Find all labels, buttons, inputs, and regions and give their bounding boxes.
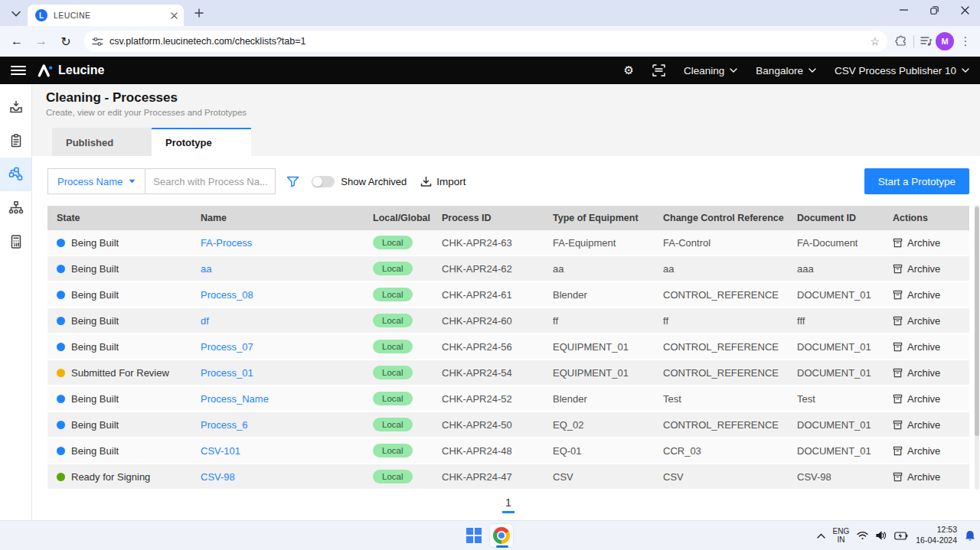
equipment-cell: CSV — [544, 471, 654, 483]
process-id-cell: CHK-APR24-63 — [433, 237, 544, 249]
table-scrollbar[interactable] — [975, 205, 979, 490]
archive-button[interactable]: Archive — [884, 263, 969, 275]
archive-button[interactable]: Archive — [884, 341, 969, 353]
table-row: Submitted For ReviewProcess_01LocalCHK-A… — [47, 360, 969, 386]
column-header: Process ID — [433, 213, 544, 223]
browser-toolbar: ← → ↻ csv.platform.leucinetech.com/check… — [0, 26, 980, 57]
sidebar-item-processes[interactable] — [0, 158, 31, 191]
sidebar-item-hierarchy[interactable] — [0, 191, 31, 225]
import-button[interactable]: Import — [420, 176, 466, 187]
department-dropdown[interactable]: Cleaning — [684, 65, 737, 76]
tab-published[interactable]: Published — [52, 128, 152, 156]
process-id-cell: CHK-APR24-62 — [433, 263, 544, 275]
url-text[interactable]: csv.platform.leucinetech.com/checklists?… — [109, 36, 864, 47]
window-restore-button[interactable] — [919, 0, 949, 20]
scope-cell: Local — [364, 262, 433, 275]
inbox-tray-icon — [8, 99, 24, 115]
process-name-link[interactable]: Process_08 — [201, 289, 253, 301]
state-dot — [57, 317, 65, 325]
tab-prototype[interactable]: Prototype — [152, 128, 251, 156]
tray-expand-chevron-icon[interactable] — [817, 533, 825, 539]
archive-button[interactable]: Archive — [884, 237, 969, 249]
wifi-icon[interactable] — [857, 532, 868, 540]
equipment-cell: Blender — [544, 393, 654, 405]
archive-button[interactable]: Archive — [884, 393, 969, 405]
sidebar-item-checklists[interactable] — [0, 124, 31, 158]
process-name-link[interactable]: Process_07 — [201, 341, 253, 353]
scope-cell: Local — [364, 366, 433, 379]
hamburger-menu-icon[interactable] — [11, 66, 26, 75]
search-input[interactable] — [145, 169, 275, 194]
address-bar[interactable]: csv.platform.leucinetech.com/checklists?… — [84, 31, 887, 52]
windows-taskbar: ENG IN 12:53 16-04-2024 — [0, 520, 980, 550]
system-tray: ENG IN 12:53 16-04-2024 — [817, 521, 975, 550]
archive-button[interactable]: Archive — [884, 445, 969, 457]
archive-button[interactable]: Archive — [884, 289, 969, 301]
name-cell: Process_Name — [191, 393, 364, 405]
language-indicator[interactable]: ENG IN — [833, 527, 850, 545]
start-prototype-button[interactable]: Start a Prototype — [864, 168, 969, 194]
battery-icon[interactable] — [894, 532, 908, 540]
archive-button[interactable]: Archive — [884, 315, 969, 327]
scope-cell: Local — [364, 444, 433, 457]
state-dot — [57, 291, 65, 299]
window-minimize-button[interactable] — [888, 0, 919, 20]
process-name-link[interactable]: Process_6 — [201, 419, 247, 431]
site-settings-icon[interactable] — [92, 37, 103, 47]
process-name-link[interactable]: CSV-101 — [201, 445, 240, 457]
active-app-indicator — [496, 545, 508, 548]
column-header: Actions — [884, 213, 969, 223]
sidebar-item-inbox[interactable] — [0, 90, 31, 124]
window-close-button[interactable] — [949, 0, 980, 20]
filter-field-label: Process Name — [57, 176, 122, 187]
scope-badge: Local — [373, 418, 413, 431]
main-content: Cleaning - Processes Create, view or edi… — [32, 84, 980, 520]
browser-menu-icon[interactable]: ⋮ — [957, 34, 974, 48]
show-archived-label: Show Archived — [341, 176, 407, 187]
change-control-cell: Test — [654, 393, 788, 405]
equipment-cell: EQUIPMENT_01 — [544, 367, 654, 379]
filter-field-dropdown[interactable]: Process Name — [47, 168, 145, 194]
back-icon[interactable]: ← — [6, 31, 28, 52]
taskbar-chrome-button[interactable] — [489, 523, 514, 548]
bookmark-star-icon[interactable]: ☆ — [870, 35, 880, 47]
settings-gear-icon[interactable]: ⚙ — [624, 63, 634, 77]
process-name-link[interactable]: Process_01 — [201, 367, 253, 379]
profile-avatar[interactable]: M — [936, 32, 954, 50]
media-panel-icon[interactable] — [920, 36, 933, 47]
process-id-cell: CHK-APR24-52 — [433, 393, 544, 405]
show-archived-toggle[interactable] — [312, 176, 335, 187]
process-name-link[interactable]: Process_Name — [201, 393, 269, 405]
new-tab-button[interactable] — [190, 4, 208, 22]
forward-icon[interactable]: → — [31, 31, 52, 52]
process-name-link[interactable]: aa — [201, 263, 211, 275]
user-role-dropdown[interactable]: CSV Process Publisher 10 — [835, 65, 969, 76]
table-row: Being BuiltCSV-101LocalCHK-APR24-48EQ-01… — [47, 438, 969, 464]
site-dropdown[interactable]: Bangalore — [756, 65, 816, 76]
process-name-link[interactable]: FA-Process — [201, 237, 252, 249]
archive-button[interactable]: Archive — [884, 419, 969, 431]
equipment-cell: ff — [544, 315, 654, 327]
sidebar-item-reports[interactable] — [0, 225, 31, 259]
state-dot — [57, 343, 65, 351]
filter-funnel-icon[interactable] — [286, 176, 299, 187]
state-cell: Submitted For Review — [47, 367, 191, 379]
archive-icon — [893, 368, 903, 378]
volume-icon[interactable] — [876, 531, 887, 540]
archive-button[interactable]: Archive — [884, 471, 969, 483]
notification-bell-icon[interactable] — [965, 530, 975, 542]
scan-icon[interactable] — [652, 64, 665, 76]
process-name-link[interactable]: CSV-98 — [201, 471, 235, 483]
document-id-cell: Test — [788, 393, 884, 405]
browser-tab[interactable]: L LEUCINE — [28, 5, 184, 26]
tab-close-icon[interactable] — [171, 12, 178, 19]
page-number[interactable]: 1 — [505, 496, 511, 509]
clock[interactable]: 12:53 16-04-2024 — [916, 525, 957, 545]
process-name-link[interactable]: df — [201, 315, 209, 327]
extensions-icon[interactable] — [895, 35, 907, 47]
scrollbar-thumb[interactable] — [975, 207, 979, 436]
start-button[interactable] — [466, 528, 482, 543]
archive-button[interactable]: Archive — [884, 367, 969, 379]
reload-icon[interactable]: ↻ — [55, 31, 77, 52]
tab-search-button[interactable] — [6, 5, 26, 22]
